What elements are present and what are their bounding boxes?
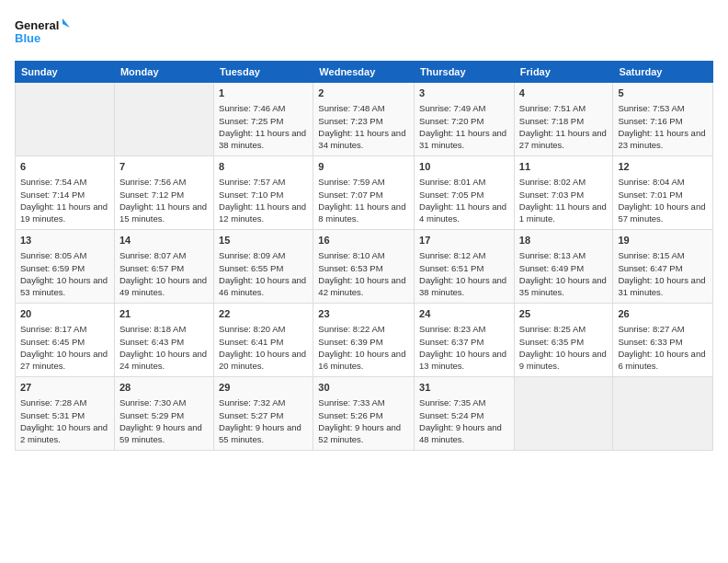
sunset-text: Sunset: 6:41 PM	[219, 337, 283, 347]
sunset-text: Sunset: 6:47 PM	[618, 263, 682, 273]
sunrise-text: Sunrise: 7:49 AM	[419, 103, 485, 113]
calendar-cell: 6Sunrise: 7:54 AMSunset: 7:14 PMDaylight…	[16, 156, 115, 230]
day-number: 12	[618, 160, 708, 174]
logo-svg: General Blue	[15, 15, 70, 52]
week-row-1: 1Sunrise: 7:46 AMSunset: 7:25 PMDaylight…	[16, 83, 713, 156]
sunset-text: Sunset: 6:51 PM	[419, 263, 483, 273]
calendar-cell	[114, 83, 213, 156]
daylight-text: Daylight: 9 hours and 52 minutes.	[318, 422, 401, 444]
daylight-text: Daylight: 9 hours and 59 minutes.	[119, 422, 202, 444]
calendar-cell: 17Sunrise: 8:12 AMSunset: 6:51 PMDayligh…	[415, 230, 515, 304]
calendar-cell: 31Sunrise: 7:35 AMSunset: 5:24 PMDayligh…	[415, 377, 515, 451]
day-number: 26	[618, 307, 708, 321]
week-row-5: 27Sunrise: 7:28 AMSunset: 5:31 PMDayligh…	[16, 377, 713, 451]
daylight-text: Daylight: 10 hours and 38 minutes.	[419, 275, 506, 297]
day-number: 3	[419, 86, 509, 100]
daylight-text: Daylight: 10 hours and 27 minutes.	[20, 349, 108, 371]
sunset-text: Sunset: 7:16 PM	[618, 116, 682, 126]
daylight-text: Daylight: 11 hours and 27 minutes.	[519, 128, 607, 150]
day-number: 14	[119, 234, 209, 247]
sunset-text: Sunset: 6:55 PM	[219, 263, 283, 273]
calendar-cell: 1Sunrise: 7:46 AMSunset: 7:25 PMDaylight…	[214, 83, 313, 156]
svg-text:General: General	[15, 18, 59, 32]
sunrise-text: Sunrise: 7:35 AM	[419, 397, 485, 408]
daylight-text: Daylight: 11 hours and 19 minutes.	[20, 201, 108, 224]
sunrise-text: Sunrise: 7:56 AM	[119, 177, 186, 187]
day-number: 9	[318, 160, 409, 174]
day-number: 28	[119, 381, 209, 395]
calendar-cell: 20Sunrise: 8:17 AMSunset: 6:45 PMDayligh…	[16, 304, 115, 377]
weekday-header-saturday: Saturday	[613, 62, 713, 83]
sunset-text: Sunset: 7:10 PM	[219, 190, 283, 200]
logo: General Blue	[15, 15, 70, 52]
sunrise-text: Sunrise: 8:17 AM	[20, 324, 86, 334]
sunrise-text: Sunrise: 8:15 AM	[618, 250, 684, 260]
sunrise-text: Sunrise: 8:10 AM	[318, 250, 384, 260]
daylight-text: Daylight: 10 hours and 13 minutes.	[419, 349, 506, 371]
sunrise-text: Sunrise: 8:25 AM	[519, 324, 586, 334]
svg-text:Blue: Blue	[15, 31, 40, 45]
day-number: 20	[20, 307, 109, 321]
sunset-text: Sunset: 7:14 PM	[20, 190, 85, 200]
sunrise-text: Sunrise: 8:18 AM	[119, 324, 186, 334]
day-number: 27	[20, 381, 109, 395]
sunset-text: Sunset: 5:31 PM	[20, 410, 85, 420]
sunrise-text: Sunrise: 8:20 AM	[219, 324, 285, 334]
day-number: 2	[318, 86, 409, 100]
sunset-text: Sunset: 6:49 PM	[519, 263, 584, 273]
weekday-header-friday: Friday	[514, 62, 613, 83]
calendar-cell	[16, 83, 115, 156]
sunset-text: Sunset: 7:20 PM	[419, 116, 483, 126]
sunrise-text: Sunrise: 7:32 AM	[219, 397, 285, 408]
sunrise-text: Sunrise: 8:12 AM	[419, 250, 485, 260]
calendar-cell: 7Sunrise: 7:56 AMSunset: 7:12 PMDaylight…	[114, 156, 213, 230]
daylight-text: Daylight: 11 hours and 12 minutes.	[219, 201, 306, 224]
sunrise-text: Sunrise: 8:22 AM	[318, 324, 384, 334]
daylight-text: Daylight: 11 hours and 8 minutes.	[318, 201, 405, 224]
week-row-4: 20Sunrise: 8:17 AMSunset: 6:45 PMDayligh…	[16, 304, 713, 377]
svg-marker-2	[63, 18, 70, 28]
sunrise-text: Sunrise: 8:05 AM	[20, 250, 86, 260]
calendar-cell: 8Sunrise: 7:57 AMSunset: 7:10 PMDaylight…	[214, 156, 313, 230]
day-number: 18	[519, 234, 609, 247]
sunset-text: Sunset: 6:43 PM	[119, 337, 184, 347]
calendar-cell: 23Sunrise: 8:22 AMSunset: 6:39 PMDayligh…	[313, 304, 415, 377]
day-number: 25	[519, 307, 609, 321]
sunset-text: Sunset: 6:35 PM	[519, 337, 584, 347]
daylight-text: Daylight: 9 hours and 55 minutes.	[219, 422, 301, 444]
day-number: 10	[419, 160, 509, 174]
calendar-cell: 13Sunrise: 8:05 AMSunset: 6:59 PMDayligh…	[16, 230, 115, 304]
calendar-cell: 30Sunrise: 7:33 AMSunset: 5:26 PMDayligh…	[313, 377, 415, 451]
day-number: 1	[219, 86, 308, 100]
calendar-cell	[514, 377, 613, 451]
sunset-text: Sunset: 5:27 PM	[219, 410, 283, 420]
daylight-text: Daylight: 11 hours and 4 minutes.	[419, 201, 506, 224]
calendar-cell: 3Sunrise: 7:49 AMSunset: 7:20 PMDaylight…	[415, 83, 515, 156]
sunrise-text: Sunrise: 7:53 AM	[618, 103, 684, 113]
day-number: 6	[20, 160, 109, 174]
daylight-text: Daylight: 10 hours and 46 minutes.	[219, 275, 306, 297]
sunrise-text: Sunrise: 8:13 AM	[519, 250, 586, 260]
sunrise-text: Sunrise: 8:27 AM	[618, 324, 684, 334]
sunrise-text: Sunrise: 7:46 AM	[219, 103, 285, 113]
daylight-text: Daylight: 10 hours and 31 minutes.	[618, 275, 705, 297]
sunrise-text: Sunrise: 7:30 AM	[119, 397, 186, 408]
daylight-text: Daylight: 10 hours and 49 minutes.	[119, 275, 207, 297]
calendar-cell: 24Sunrise: 8:23 AMSunset: 6:37 PMDayligh…	[415, 304, 515, 377]
daylight-text: Daylight: 10 hours and 24 minutes.	[119, 349, 207, 371]
daylight-text: Daylight: 11 hours and 1 minute.	[519, 201, 607, 224]
sunset-text: Sunset: 7:12 PM	[119, 190, 184, 200]
sunset-text: Sunset: 5:26 PM	[318, 410, 382, 420]
daylight-text: Daylight: 10 hours and 20 minutes.	[219, 349, 306, 371]
day-number: 29	[219, 381, 308, 395]
sunrise-text: Sunrise: 7:54 AM	[20, 177, 86, 187]
calendar-cell: 18Sunrise: 8:13 AMSunset: 6:49 PMDayligh…	[514, 230, 613, 304]
sunrise-text: Sunrise: 7:51 AM	[519, 103, 586, 113]
day-number: 19	[618, 234, 708, 247]
sunrise-text: Sunrise: 7:57 AM	[219, 177, 285, 187]
day-number: 4	[519, 86, 609, 100]
daylight-text: Daylight: 11 hours and 31 minutes.	[419, 128, 506, 150]
sunset-text: Sunset: 6:59 PM	[20, 263, 85, 273]
calendar-cell: 2Sunrise: 7:48 AMSunset: 7:23 PMDaylight…	[313, 83, 415, 156]
calendar-cell: 4Sunrise: 7:51 AMSunset: 7:18 PMDaylight…	[514, 83, 613, 156]
